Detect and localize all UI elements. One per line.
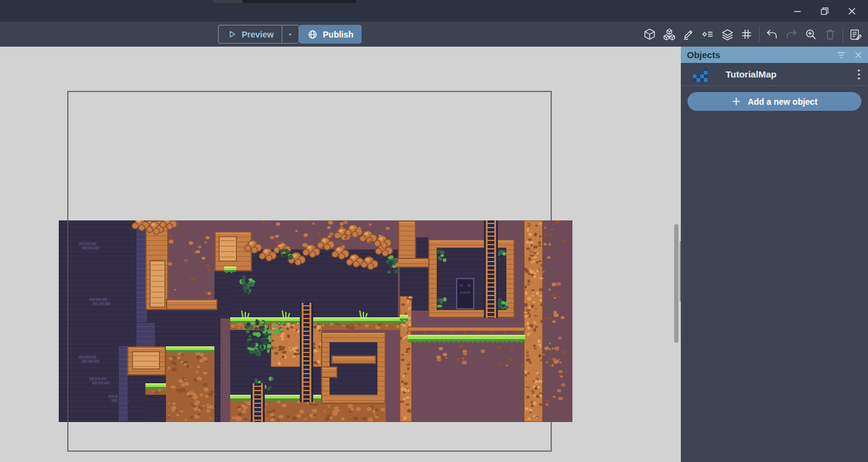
- layers-icon[interactable]: [720, 27, 734, 41]
- zoom-in-icon[interactable]: [804, 27, 818, 41]
- add-object-label: Add a new object: [747, 97, 817, 107]
- objects-panel-header: Objects: [681, 47, 868, 63]
- scene-properties-icon[interactable]: [849, 27, 863, 41]
- tab-remnant-strip-dark: [242, 0, 356, 3]
- redo-icon[interactable]: [784, 27, 798, 41]
- minimize-button[interactable]: [784, 0, 811, 22]
- toolbar: Preview Publish: [0, 22, 868, 47]
- 3d-box-icon[interactable]: [643, 27, 657, 41]
- scene-editor-canvas[interactable]: [0, 47, 681, 462]
- filter-icon[interactable]: [837, 51, 846, 59]
- chevron-down-icon: [286, 30, 294, 39]
- kebab-menu-icon: [858, 69, 860, 80]
- preview-button[interactable]: Preview: [218, 25, 282, 44]
- preview-button-group: Preview: [218, 25, 299, 44]
- object-groups-icon[interactable]: [662, 27, 676, 41]
- toolbar-divider: [843, 26, 843, 42]
- scrollbar-track-line: [680, 241, 681, 302]
- globe-icon: [307, 29, 318, 40]
- tilemap-instance[interactable]: [59, 220, 572, 422]
- tab-remnant-strip: [213, 0, 242, 3]
- publish-button[interactable]: Publish: [299, 25, 362, 44]
- edit-pencil-icon[interactable]: [681, 27, 695, 41]
- vertical-scrollbar[interactable]: [674, 224, 678, 343]
- object-menu-button[interactable]: [858, 63, 860, 85]
- instances-list-icon[interactable]: [701, 27, 715, 41]
- publish-label: Publish: [323, 30, 354, 39]
- object-item-tutorialmap[interactable]: TutorialMap: [681, 63, 868, 86]
- app-window: Preview Publish: [0, 0, 868, 462]
- grid-icon[interactable]: [740, 27, 754, 41]
- close-button[interactable]: [838, 0, 866, 22]
- play-icon: [227, 29, 237, 39]
- preview-label: Preview: [242, 30, 274, 39]
- objects-panel-title: Objects: [687, 50, 837, 60]
- add-object-button[interactable]: Add a new object: [687, 92, 861, 111]
- restore-button[interactable]: [811, 0, 838, 22]
- toolbar-divider: [759, 26, 760, 42]
- toolbar-icon-group: [643, 25, 863, 44]
- window-controls: [784, 0, 866, 22]
- delete-trash-icon[interactable]: [823, 27, 837, 41]
- title-bar: [0, 0, 868, 22]
- object-name-label: TutorialMap: [726, 69, 777, 79]
- plus-icon: [731, 96, 741, 107]
- tilemap-object-icon: [693, 67, 707, 82]
- preview-dropdown-button[interactable]: [282, 25, 299, 44]
- objects-panel: Objects TutorialMap: [681, 47, 868, 462]
- undo-icon[interactable]: [765, 27, 779, 41]
- close-panel-icon[interactable]: [855, 51, 862, 59]
